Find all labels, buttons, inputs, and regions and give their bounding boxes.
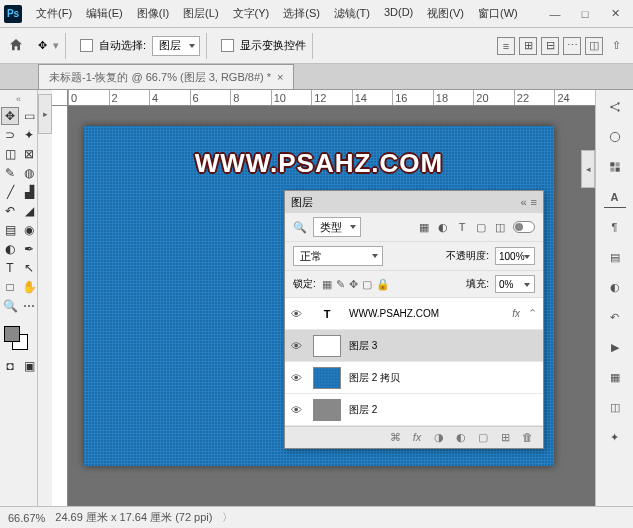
toolbox-expand[interactable]: ▸ — [38, 94, 52, 134]
menu-filter[interactable]: 滤镜(T) — [328, 3, 376, 24]
filter-shape-icon[interactable]: ▢ — [474, 220, 488, 234]
share-panel-icon[interactable] — [604, 96, 626, 118]
auto-select-checkbox[interactable] — [80, 39, 93, 52]
layer-item[interactable]: 👁 T WWW.PSAHZ.COM fx ⌃ — [285, 298, 543, 330]
character-panel-icon[interactable]: A — [604, 186, 626, 208]
layer-item[interactable]: 👁 图层 3 — [285, 330, 543, 362]
blur-tool[interactable]: ◉ — [20, 221, 38, 239]
new-layer-icon[interactable]: ⊞ — [497, 431, 513, 444]
panel-collapse-icon[interactable]: « — [520, 196, 526, 208]
channels-panel-icon[interactable]: ◫ — [604, 396, 626, 418]
menu-select[interactable]: 选择(S) — [277, 3, 326, 24]
wand-tool[interactable]: ✦ — [20, 126, 38, 144]
show-transform-checkbox[interactable] — [221, 39, 234, 52]
adjustments-panel-icon[interactable]: ◐ — [604, 276, 626, 298]
share-icon[interactable]: ⇧ — [607, 37, 625, 55]
filter-adjust-icon[interactable]: ◐ — [436, 220, 450, 234]
zoom-level[interactable]: 66.67% — [8, 512, 45, 524]
blend-mode-dropdown[interactable]: 正常 — [293, 246, 383, 266]
menu-type[interactable]: 文字(Y) — [227, 3, 276, 24]
heal-tool[interactable]: ◍ — [20, 164, 38, 182]
filter-smart-icon[interactable]: ◫ — [493, 220, 507, 234]
shape-tool[interactable]: □ — [1, 278, 19, 296]
history-tool[interactable]: ↶ — [1, 202, 19, 220]
delete-layer-icon[interactable]: 🗑 — [519, 431, 535, 444]
layer-name[interactable]: WWW.PSAHZ.COM — [349, 308, 504, 319]
home-icon[interactable] — [8, 37, 24, 55]
type-tool[interactable]: T — [1, 259, 19, 277]
stamp-tool[interactable]: ▟ — [20, 183, 38, 201]
filter-kind-dropdown[interactable]: 类型 — [313, 217, 361, 237]
layer-item[interactable]: 👁 图层 2 — [285, 394, 543, 426]
gradient-tool[interactable]: ▤ — [1, 221, 19, 239]
quickmask-tool[interactable]: ◘ — [1, 357, 19, 375]
visibility-icon[interactable]: 👁 — [291, 372, 305, 384]
dodge-tool[interactable]: ◐ — [1, 240, 19, 258]
menu-file[interactable]: 文件(F) — [30, 3, 78, 24]
paths-panel-icon[interactable]: ✦ — [604, 426, 626, 448]
layer-mask-icon[interactable]: ◑ — [431, 431, 447, 444]
fill-input[interactable]: 0% — [495, 275, 535, 293]
lock-all-icon[interactable]: 🔒 — [376, 278, 390, 291]
path-tool[interactable]: ↖ — [20, 259, 38, 277]
lock-brush-icon[interactable]: ✎ — [336, 278, 345, 291]
marquee-tool[interactable]: ▭ — [20, 107, 38, 125]
frame-tool[interactable]: ⊠ — [20, 145, 38, 163]
libraries-panel-icon[interactable]: ▤ — [604, 246, 626, 268]
move-tool[interactable]: ✥ — [1, 107, 19, 125]
visibility-icon[interactable]: 👁 — [291, 340, 305, 352]
canvas-text-layer[interactable]: WWW.PSAHZ.COM — [195, 148, 443, 179]
visibility-icon[interactable]: 👁 — [291, 308, 305, 320]
brush-tool[interactable]: ╱ — [1, 183, 19, 201]
align-icon-1[interactable]: ≡ — [497, 37, 515, 55]
swatches-panel-icon[interactable] — [604, 156, 626, 178]
visibility-icon[interactable]: 👁 — [291, 404, 305, 416]
menu-window[interactable]: 窗口(W) — [472, 3, 524, 24]
align-icon-3[interactable]: ⊟ — [541, 37, 559, 55]
filter-pixel-icon[interactable]: ▦ — [417, 220, 431, 234]
adjustment-layer-icon[interactable]: ◐ — [453, 431, 469, 444]
layers-panel[interactable]: 图层 « ≡ 🔍 类型 ▦ ◐ T ▢ ◫ 正常 不透明度: 100% 锁定: … — [284, 190, 544, 449]
filter-search-icon[interactable]: 🔍 — [293, 221, 307, 234]
group-icon[interactable]: ▢ — [475, 431, 491, 444]
filter-toggle[interactable] — [513, 221, 535, 233]
screenmode-tool[interactable]: ▣ — [20, 357, 38, 375]
fx-expand-icon[interactable]: ⌃ — [528, 307, 537, 320]
layer-fx-icon[interactable]: fx — [409, 431, 425, 444]
lock-position-icon[interactable]: ✥ — [349, 278, 358, 291]
opacity-input[interactable]: 100% — [495, 247, 535, 265]
layer-name[interactable]: 图层 2 拷贝 — [349, 371, 537, 385]
menu-3d[interactable]: 3D(D) — [378, 3, 419, 24]
edit-toolbar[interactable]: ⋯ — [20, 297, 38, 315]
layers-panel-icon[interactable]: ▦ — [604, 366, 626, 388]
document-tab-close[interactable]: × — [277, 71, 283, 83]
eraser-tool[interactable]: ◢ — [20, 202, 38, 220]
menu-view[interactable]: 视图(V) — [421, 3, 470, 24]
document-tab[interactable]: 未标题-1-恢复的 @ 66.7% (图层 3, RGB/8#) * × — [38, 64, 294, 89]
pen-tool[interactable]: ✒ — [20, 240, 38, 258]
panel-menu-icon[interactable]: ≡ — [531, 196, 537, 208]
layers-panel-header[interactable]: 图层 « ≡ — [285, 191, 543, 213]
toolbox-collapse[interactable]: « — [0, 92, 37, 106]
link-layers-icon[interactable]: ⌘ — [387, 431, 403, 444]
auto-select-target[interactable]: 图层 — [152, 36, 200, 56]
fx-badge[interactable]: fx — [512, 308, 520, 319]
close-button[interactable]: ✕ — [601, 4, 629, 24]
hand-tool[interactable]: ✋ — [20, 278, 38, 296]
menu-image[interactable]: 图像(I) — [131, 3, 175, 24]
right-panel-expand[interactable]: ◂ — [581, 150, 595, 188]
zoom-tool[interactable]: 🔍 — [1, 297, 19, 315]
filter-type-icon[interactable]: T — [455, 220, 469, 234]
layer-item[interactable]: 👁 图层 2 拷贝 — [285, 362, 543, 394]
color-panel-icon[interactable] — [604, 126, 626, 148]
crop-tool[interactable]: ◫ — [1, 145, 19, 163]
menu-edit[interactable]: 编辑(E) — [80, 3, 129, 24]
menu-layer[interactable]: 图层(L) — [177, 3, 224, 24]
lasso-tool[interactable]: ⊃ — [1, 126, 19, 144]
eyedrop-tool[interactable]: ✎ — [1, 164, 19, 182]
layer-name[interactable]: 图层 3 — [349, 339, 537, 353]
more-icon[interactable]: ⋯ — [563, 37, 581, 55]
maximize-button[interactable]: □ — [571, 4, 599, 24]
paragraph-panel-icon[interactable]: ¶ — [604, 216, 626, 238]
align-icon-2[interactable]: ⊞ — [519, 37, 537, 55]
